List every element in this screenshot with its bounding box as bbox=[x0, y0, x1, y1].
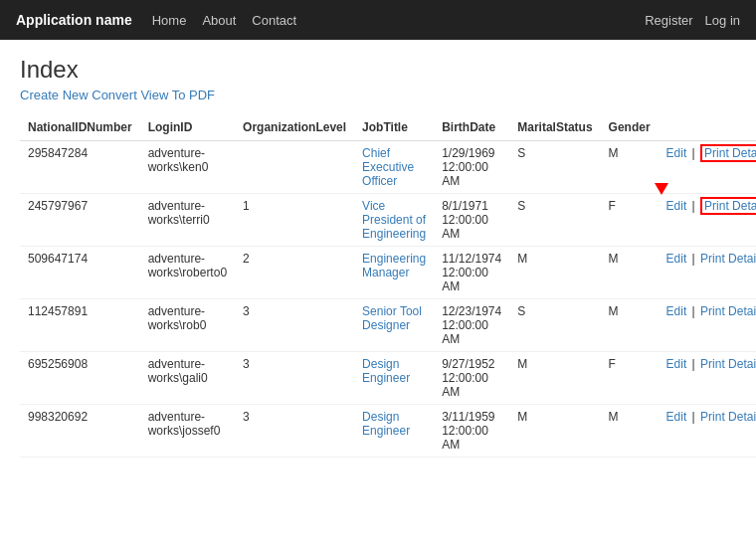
col-job-title: JobTitle bbox=[354, 114, 434, 141]
cell-marital-status: M bbox=[509, 247, 600, 299]
navbar: Application name Home About Contact Regi… bbox=[0, 0, 756, 40]
employees-table: NationalIDNumber LoginID OrganizationLev… bbox=[20, 114, 756, 458]
cell-login-id: adventure-works\gali0 bbox=[140, 352, 235, 405]
print-details-link[interactable]: Print Details bbox=[700, 304, 756, 318]
table-row: 509647174adventure-works\roberto02Engine… bbox=[20, 247, 756, 299]
login-link[interactable]: Log in bbox=[705, 13, 740, 28]
cell-national-id: 509647174 bbox=[20, 247, 140, 299]
print-details-link[interactable]: Print Details bbox=[700, 357, 756, 371]
cell-gender: F bbox=[601, 352, 659, 405]
cell-job-title: Chief Executive Officer bbox=[354, 141, 434, 194]
edit-link[interactable]: Edit bbox=[666, 146, 687, 160]
separator: | bbox=[688, 357, 698, 371]
separator: | bbox=[688, 146, 698, 160]
cell-birth-date: 3/11/1959 12:00:00 AM bbox=[434, 405, 509, 458]
cell-marital-status: M bbox=[509, 405, 600, 458]
nav-contact[interactable]: Contact bbox=[252, 13, 296, 28]
cell-org-level: 3 bbox=[235, 299, 354, 352]
col-org-level: OrganizationLevel bbox=[235, 114, 354, 141]
edit-link[interactable]: Edit bbox=[666, 199, 687, 213]
edit-link[interactable]: Edit bbox=[666, 304, 687, 318]
table-row: 295847284adventure-works\ken0Chief Execu… bbox=[20, 141, 756, 194]
edit-link[interactable]: Edit bbox=[666, 410, 687, 424]
cell-birth-date: 8/1/1971 12:00:00 AM bbox=[434, 194, 509, 247]
cell-gender: M bbox=[601, 299, 659, 352]
nav-links: Home About Contact bbox=[152, 13, 645, 28]
table-row: 245797967adventure-works\terri01Vice Pre… bbox=[20, 194, 756, 247]
cell-marital-status: S bbox=[509, 194, 600, 247]
table-row: 998320692adventure-works\jossef03Design … bbox=[20, 405, 756, 458]
col-birth-date: BirthDate bbox=[434, 114, 509, 141]
separator: | bbox=[688, 199, 698, 213]
cell-login-id: adventure-works\ken0 bbox=[140, 141, 235, 194]
cell-actions: Edit | Print Details View To PDF | Delet… bbox=[659, 247, 756, 299]
cell-login-id: adventure-works\terri0 bbox=[140, 194, 235, 247]
cell-actions: Edit | Print Details View To PDF | Delet… bbox=[659, 141, 756, 194]
nav-about[interactable]: About bbox=[202, 13, 236, 28]
separator: | bbox=[688, 252, 698, 266]
edit-link[interactable]: Edit bbox=[666, 357, 687, 371]
col-marital-status: MaritalStatus bbox=[509, 114, 600, 141]
col-actions bbox=[659, 114, 756, 141]
cell-actions: Edit | Print Details View To PDF | Delet… bbox=[659, 299, 756, 352]
cell-login-id: adventure-works\roberto0 bbox=[140, 247, 235, 299]
col-gender: Gender bbox=[601, 114, 659, 141]
print-details-link[interactable]: Print Details bbox=[700, 144, 756, 162]
register-link[interactable]: Register bbox=[645, 13, 692, 28]
nav-home[interactable]: Home bbox=[152, 13, 187, 28]
cell-birth-date: 9/27/1952 12:00:00 AM bbox=[434, 352, 509, 405]
create-new-link[interactable]: Create New Convert View To PDF bbox=[20, 88, 215, 102]
page-title: Index bbox=[20, 56, 736, 84]
cell-birth-date: 1/29/1969 12:00:00 AM bbox=[434, 141, 509, 194]
cell-job-title: Engineering Manager bbox=[354, 247, 434, 299]
cell-gender: M bbox=[601, 247, 659, 299]
cell-gender: M bbox=[601, 405, 659, 458]
cell-national-id: 695256908 bbox=[20, 352, 140, 405]
cell-national-id: 295847284 bbox=[20, 141, 140, 194]
col-login-id: LoginID bbox=[140, 114, 235, 141]
table-header-row: NationalIDNumber LoginID OrganizationLev… bbox=[20, 114, 756, 141]
cell-login-id: adventure-works\rob0 bbox=[140, 299, 235, 352]
table-row: 112457891adventure-works\rob03Senior Too… bbox=[20, 299, 756, 352]
print-details-link[interactable]: Print Details bbox=[700, 197, 756, 215]
cell-job-title: Vice President of Engineering bbox=[354, 194, 434, 247]
cell-actions: Edit | Print Details View To PDF | Delet… bbox=[659, 352, 756, 405]
cell-actions: Edit | Print Details View To PDF | Delet… bbox=[659, 194, 756, 247]
col-national-id: NationalIDNumber bbox=[20, 114, 140, 141]
cell-marital-status: M bbox=[509, 352, 600, 405]
separator: | bbox=[688, 304, 698, 318]
cell-marital-status: S bbox=[509, 141, 600, 194]
cell-actions: Edit | Print Details View To PDF | Delet… bbox=[659, 405, 756, 458]
cell-national-id: 112457891 bbox=[20, 299, 140, 352]
cell-national-id: 245797967 bbox=[20, 194, 140, 247]
print-details-link[interactable]: Print Details bbox=[700, 410, 756, 424]
cell-job-title: Senior Tool Designer bbox=[354, 299, 434, 352]
cell-national-id: 998320692 bbox=[20, 405, 140, 458]
main-content: Index Create New Convert View To PDF Nat… bbox=[0, 40, 756, 473]
cell-gender: M bbox=[601, 141, 659, 194]
cell-login-id: adventure-works\jossef0 bbox=[140, 405, 235, 458]
arrow-indicator bbox=[655, 183, 668, 195]
cell-gender: F bbox=[601, 194, 659, 247]
table-row: 695256908adventure-works\gali03Design En… bbox=[20, 352, 756, 405]
edit-link[interactable]: Edit bbox=[666, 252, 687, 266]
cell-birth-date: 12/23/1974 12:00:00 AM bbox=[434, 299, 509, 352]
cell-org-level: 3 bbox=[235, 352, 354, 405]
cell-org-level bbox=[235, 141, 354, 194]
cell-job-title: Design Engineer bbox=[354, 405, 434, 458]
separator: | bbox=[688, 410, 698, 424]
cell-org-level: 2 bbox=[235, 247, 354, 299]
print-details-link[interactable]: Print Details bbox=[700, 252, 756, 266]
auth-links: Register Log in bbox=[645, 13, 740, 28]
cell-org-level: 1 bbox=[235, 194, 354, 247]
app-brand: Application name bbox=[16, 12, 132, 28]
cell-marital-status: S bbox=[509, 299, 600, 352]
cell-birth-date: 11/12/1974 12:00:00 AM bbox=[434, 247, 509, 299]
cell-org-level: 3 bbox=[235, 405, 354, 458]
cell-job-title: Design Engineer bbox=[354, 352, 434, 405]
